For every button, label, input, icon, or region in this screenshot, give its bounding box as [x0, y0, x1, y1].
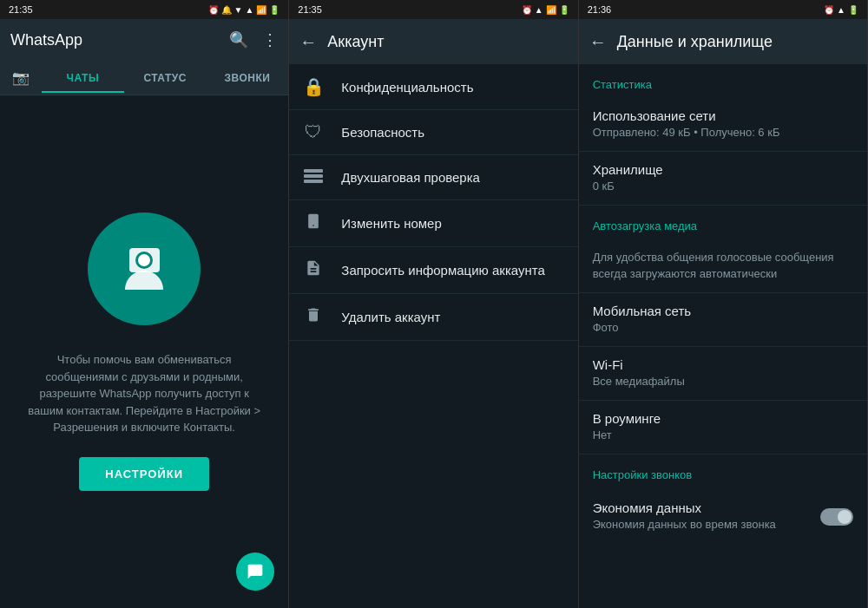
delete-account-label: Удалить аккаунт [341, 310, 440, 324]
status-icons-1: ⏰ 🔔 ▼ ▲ 📶 🔋 [208, 5, 280, 15]
time-3: 21:36 [588, 4, 612, 15]
roaming-item[interactable]: В роуминге Нет [579, 401, 867, 454]
wifi-subtitle: Все медиафайлы [593, 374, 853, 389]
account-menu-list: 🔒 Конфиденциальность 🛡 Безопасность Двух… [289, 64, 577, 608]
storage-content: Статистика Использование сети Отправлено… [579, 64, 867, 608]
back-button[interactable]: ← [299, 32, 317, 52]
mobile-data-title: Мобильная сеть [593, 304, 853, 318]
status-icons-2: ⏰ ▲ 📶 🔋 [522, 5, 569, 15]
data-storage-back-button[interactable]: ← [589, 32, 607, 52]
data-saving-title: Экономия данных [593, 500, 820, 515]
data-saving-info: Экономия данных Экономия данных во время… [593, 500, 820, 533]
mobile-data-item[interactable]: Мобильная сеть Фото [579, 293, 867, 347]
account-title: Аккаунт [327, 33, 567, 51]
storage-subtitle: 0 кБ [593, 179, 853, 194]
alarm-icon-2: ⏰ [522, 5, 532, 15]
security-icon: 🛡 [303, 122, 324, 142]
data-storage-title: Данные и хранилище [617, 33, 857, 51]
data-storage-app-bar: ← Данные и хранилище [579, 19, 867, 64]
whatsapp-app-bar: WhatsApp 🔍 ⋮ [0, 19, 288, 61]
time-1: 21:35 [9, 4, 33, 15]
vpn-icon: ▼ [234, 5, 243, 15]
request-info-label: Запросить информацию аккаунта [341, 263, 544, 278]
statistics-header: Статистика [579, 64, 867, 98]
network-usage-subtitle: Отправлено: 49 кБ • Получено: 6 кБ [593, 125, 853, 141]
signal-icon-2: ▲ [535, 5, 543, 15]
roaming-title: В роуминге [593, 411, 853, 426]
status-bar-3: 21:36 ⏰ ▲ 🔋 [579, 0, 867, 19]
data-saving-subtitle: Экономия данных во время звонка [593, 517, 820, 533]
status-bar-2: 21:35 ⏰ ▲ 📶 🔋 [289, 0, 577, 19]
menu-item-security[interactable]: 🛡 Безопасность [289, 110, 577, 155]
privacy-icon: 🔒 [303, 76, 324, 97]
new-chat-icon [247, 563, 264, 580]
change-number-label: Изменить номер [341, 216, 441, 231]
panel-whatsapp-main: 21:35 ⏰ 🔔 ▼ ▲ 📶 🔋 WhatsApp 🔍 ⋮ 📷 ЧАТЫ СТ… [0, 0, 289, 608]
privacy-label: Конфиденциальность [341, 80, 473, 95]
signal-icon-3: ▲ [837, 5, 845, 15]
network-usage-item[interactable]: Использование сети Отправлено: 49 кБ • П… [579, 98, 867, 152]
permission-text: Чтобы помочь вам обмениваться сообщениям… [17, 351, 271, 436]
search-icon[interactable]: 🔍 [229, 30, 248, 49]
svg-rect-3 [304, 169, 323, 173]
wifi-icon-2: 📶 [546, 5, 556, 15]
panel-account-settings: 21:35 ⏰ ▲ 📶 🔋 ← Аккаунт 🔒 Конфиденциальн… [289, 0, 578, 608]
contact-avatar-icon [116, 241, 173, 297]
menu-item-two-step[interactable]: Двухшаговая проверка [289, 155, 577, 200]
wifi-icon: 📶 [256, 5, 266, 15]
tab-calls[interactable]: ЗВОНКИ [207, 63, 289, 93]
status-bar-1: 21:35 ⏰ 🔔 ▼ ▲ 📶 🔋 [0, 0, 288, 19]
data-saving-toggle[interactable] [820, 508, 853, 526]
battery-icon-2: 🔋 [559, 5, 569, 15]
camera-tab-icon[interactable]: 📷 [0, 61, 42, 95]
delete-account-icon [303, 306, 324, 328]
call-settings-header: Настройки звонков [579, 454, 867, 488]
auto-download-desc: Для удобства общения голосовые сообщения… [593, 250, 853, 281]
tab-status[interactable]: СТАТУС [124, 63, 207, 93]
menu-item-delete-account[interactable]: Удалить аккаунт [289, 294, 577, 341]
svg-point-2 [138, 254, 150, 266]
menu-item-privacy[interactable]: 🔒 Конфиденциальность [289, 64, 577, 110]
menu-item-request-info[interactable]: Запросить информацию аккаунта [289, 247, 577, 294]
svg-rect-4 [304, 174, 323, 178]
alarm-icon: ⏰ [208, 5, 219, 15]
tabs-bar: 📷 ЧАТЫ СТАТУС ЗВОНКИ [0, 61, 288, 95]
account-app-bar: ← Аккаунт [289, 19, 577, 64]
alarm-icon-3: ⏰ [824, 5, 834, 15]
menu-item-change-number[interactable]: Изменить номер [289, 200, 577, 247]
two-step-icon [303, 167, 324, 187]
status-icons-3: ⏰ ▲ 🔋 [824, 5, 858, 15]
request-info-icon [303, 259, 324, 281]
change-number-icon [303, 212, 324, 234]
data-saving-item[interactable]: Экономия данных Экономия данных во время… [579, 488, 867, 545]
app-bar-icons: 🔍 ⋮ [229, 30, 278, 49]
roaming-subtitle: Нет [593, 428, 853, 443]
tab-chats[interactable]: ЧАТЫ [42, 63, 124, 93]
notification-icon: 🔔 [221, 5, 232, 15]
mobile-data-subtitle: Фото [593, 320, 853, 336]
battery-icon: 🔋 [269, 5, 279, 15]
app-title: WhatsApp [10, 31, 229, 49]
auto-download-header: Автозагрузка медиа [579, 206, 867, 239]
time-2: 21:35 [298, 4, 322, 15]
new-chat-fab[interactable] [236, 552, 274, 591]
panel1-main-content: Чтобы помочь вам обмениваться сообщениям… [0, 95, 288, 608]
wifi-item[interactable]: Wi-Fi Все медиафайлы [579, 347, 867, 401]
battery-icon-3: 🔋 [848, 5, 858, 15]
panel-data-storage: 21:36 ⏰ ▲ 🔋 ← Данные и хранилище Статист… [579, 0, 868, 608]
security-label: Безопасность [341, 125, 424, 140]
storage-item[interactable]: Хранилище 0 кБ [579, 152, 867, 206]
svg-rect-5 [304, 180, 323, 183]
settings-button[interactable]: НАСТРОЙКИ [79, 457, 209, 491]
contact-avatar-placeholder [88, 212, 201, 325]
wifi-title: Wi-Fi [593, 357, 853, 372]
storage-title: Хранилище [593, 162, 853, 177]
signal-icon: ▲ [245, 5, 253, 15]
network-usage-title: Использование сети [593, 108, 853, 123]
more-menu-icon[interactable]: ⋮ [262, 30, 278, 49]
auto-download-intro: Для удобства общения голосовые сообщения… [579, 239, 867, 292]
two-step-label: Двухшаговая проверка [341, 170, 480, 185]
